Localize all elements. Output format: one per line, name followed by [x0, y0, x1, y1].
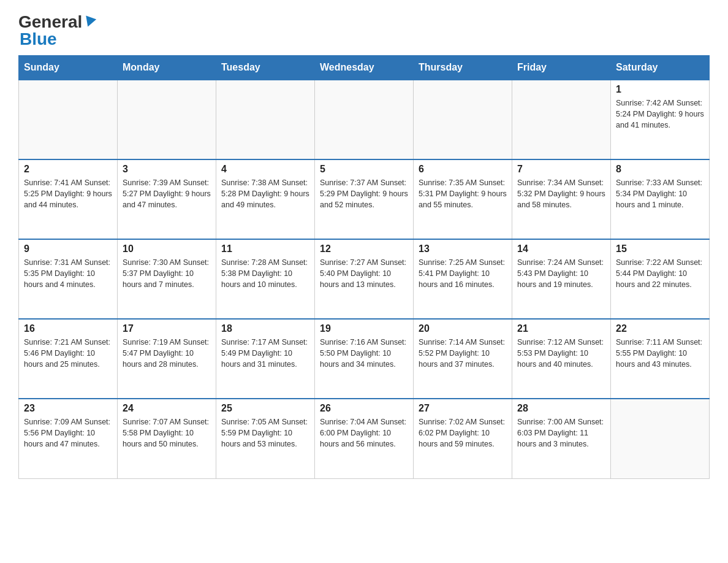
day-info: Sunrise: 7:35 AM Sunset: 5:31 PM Dayligh…: [419, 177, 507, 210]
calendar-cell: 21Sunrise: 7:12 AM Sunset: 5:53 PM Dayli…: [512, 319, 611, 399]
day-number: 11: [221, 243, 309, 255]
day-number: 4: [221, 164, 309, 175]
day-number: 27: [419, 403, 507, 414]
weekday-header-thursday: Thursday: [414, 56, 512, 80]
calendar-cell: 7Sunrise: 7:34 AM Sunset: 5:32 PM Daylig…: [512, 159, 611, 239]
day-number: 8: [616, 164, 704, 175]
day-number: 22: [616, 323, 704, 334]
calendar-cell: 24Sunrise: 7:07 AM Sunset: 5:58 PM Dayli…: [118, 399, 216, 478]
week-row-2: 2Sunrise: 7:41 AM Sunset: 5:25 PM Daylig…: [19, 159, 710, 239]
weekday-header-wednesday: Wednesday: [315, 56, 414, 80]
page-header: General Blue: [18, 12, 710, 49]
day-number: 6: [419, 164, 507, 175]
calendar-cell: 3Sunrise: 7:39 AM Sunset: 5:27 PM Daylig…: [118, 159, 216, 239]
day-number: 20: [419, 323, 507, 334]
day-info: Sunrise: 7:07 AM Sunset: 5:58 PM Dayligh…: [123, 416, 211, 450]
day-number: 18: [221, 323, 309, 334]
day-number: 5: [320, 164, 408, 175]
calendar-cell: 16Sunrise: 7:21 AM Sunset: 5:46 PM Dayli…: [19, 319, 118, 399]
day-number: 12: [320, 243, 408, 255]
weekday-header-tuesday: Tuesday: [216, 56, 315, 80]
day-number: 25: [221, 403, 309, 414]
calendar-cell: 18Sunrise: 7:17 AM Sunset: 5:49 PM Dayli…: [216, 319, 315, 399]
day-number: 2: [24, 164, 112, 175]
calendar-cell: [315, 80, 414, 159]
day-info: Sunrise: 7:30 AM Sunset: 5:37 PM Dayligh…: [123, 257, 211, 290]
day-number: 14: [517, 243, 605, 255]
calendar-cell: 12Sunrise: 7:27 AM Sunset: 5:40 PM Dayli…: [315, 239, 414, 319]
calendar-cell: 27Sunrise: 7:02 AM Sunset: 6:02 PM Dayli…: [414, 399, 512, 478]
calendar-cell: 22Sunrise: 7:11 AM Sunset: 5:55 PM Dayli…: [611, 319, 710, 399]
calendar-cell: 2Sunrise: 7:41 AM Sunset: 5:25 PM Daylig…: [19, 159, 118, 239]
day-number: 1: [616, 84, 704, 95]
week-row-3: 9Sunrise: 7:31 AM Sunset: 5:35 PM Daylig…: [19, 239, 710, 319]
day-info: Sunrise: 7:31 AM Sunset: 5:35 PM Dayligh…: [24, 257, 112, 290]
day-info: Sunrise: 7:04 AM Sunset: 6:00 PM Dayligh…: [320, 416, 408, 450]
day-info: Sunrise: 7:41 AM Sunset: 5:25 PM Dayligh…: [24, 177, 112, 210]
calendar-cell: 14Sunrise: 7:24 AM Sunset: 5:43 PM Dayli…: [512, 239, 611, 319]
calendar-cell: 20Sunrise: 7:14 AM Sunset: 5:52 PM Dayli…: [414, 319, 512, 399]
calendar-cell: 13Sunrise: 7:25 AM Sunset: 5:41 PM Dayli…: [414, 239, 512, 319]
day-number: 10: [123, 243, 211, 255]
week-row-5: 23Sunrise: 7:09 AM Sunset: 5:56 PM Dayli…: [19, 399, 710, 478]
day-info: Sunrise: 7:11 AM Sunset: 5:55 PM Dayligh…: [616, 337, 704, 370]
calendar-cell: 28Sunrise: 7:00 AM Sunset: 6:03 PM Dayli…: [512, 399, 611, 478]
calendar-cell: 17Sunrise: 7:19 AM Sunset: 5:47 PM Dayli…: [118, 319, 216, 399]
weekday-header-saturday: Saturday: [611, 56, 710, 80]
day-info: Sunrise: 7:21 AM Sunset: 5:46 PM Dayligh…: [24, 337, 112, 370]
calendar-cell: 9Sunrise: 7:31 AM Sunset: 5:35 PM Daylig…: [19, 239, 118, 319]
day-info: Sunrise: 7:28 AM Sunset: 5:38 PM Dayligh…: [221, 257, 309, 290]
day-number: 26: [320, 403, 408, 414]
calendar-cell: 25Sunrise: 7:05 AM Sunset: 5:59 PM Dayli…: [216, 399, 315, 478]
day-number: 3: [123, 164, 211, 175]
day-number: 21: [517, 323, 605, 334]
calendar-table: SundayMondayTuesdayWednesdayThursdayFrid…: [18, 55, 710, 479]
weekday-header-monday: Monday: [118, 56, 216, 80]
day-info: Sunrise: 7:24 AM Sunset: 5:43 PM Dayligh…: [517, 257, 605, 290]
day-number: 19: [320, 323, 408, 334]
calendar-cell: [118, 80, 216, 159]
day-info: Sunrise: 7:22 AM Sunset: 5:44 PM Dayligh…: [616, 257, 704, 290]
calendar-cell: [414, 80, 512, 159]
weekday-header-sunday: Sunday: [19, 56, 118, 80]
day-info: Sunrise: 7:38 AM Sunset: 5:28 PM Dayligh…: [221, 177, 309, 210]
calendar-cell: [19, 80, 118, 159]
calendar-cell: 8Sunrise: 7:33 AM Sunset: 5:34 PM Daylig…: [611, 159, 710, 239]
day-info: Sunrise: 7:17 AM Sunset: 5:49 PM Dayligh…: [221, 337, 309, 370]
calendar-cell: [611, 399, 710, 478]
day-number: 13: [419, 243, 507, 255]
day-info: Sunrise: 7:25 AM Sunset: 5:41 PM Dayligh…: [419, 257, 507, 290]
logo: General Blue: [18, 12, 97, 49]
day-number: 15: [616, 243, 704, 255]
day-number: 9: [24, 243, 112, 255]
calendar-cell: 1Sunrise: 7:42 AM Sunset: 5:24 PM Daylig…: [611, 80, 710, 159]
day-number: 7: [517, 164, 605, 175]
calendar-cell: 19Sunrise: 7:16 AM Sunset: 5:50 PM Dayli…: [315, 319, 414, 399]
calendar-cell: [216, 80, 315, 159]
weekday-header-friday: Friday: [512, 56, 611, 80]
day-info: Sunrise: 7:02 AM Sunset: 6:02 PM Dayligh…: [419, 416, 507, 450]
calendar-cell: 26Sunrise: 7:04 AM Sunset: 6:00 PM Dayli…: [315, 399, 414, 478]
day-number: 28: [517, 403, 605, 414]
calendar-cell: 23Sunrise: 7:09 AM Sunset: 5:56 PM Dayli…: [19, 399, 118, 478]
week-row-1: 1Sunrise: 7:42 AM Sunset: 5:24 PM Daylig…: [19, 80, 710, 159]
day-info: Sunrise: 7:37 AM Sunset: 5:29 PM Dayligh…: [320, 177, 408, 210]
day-info: Sunrise: 7:12 AM Sunset: 5:53 PM Dayligh…: [517, 337, 605, 370]
day-number: 23: [24, 403, 112, 414]
day-number: 24: [123, 403, 211, 414]
day-number: 17: [123, 323, 211, 334]
calendar-cell: 11Sunrise: 7:28 AM Sunset: 5:38 PM Dayli…: [216, 239, 315, 319]
logo-blue-text: Blue: [20, 29, 57, 49]
calendar-cell: 15Sunrise: 7:22 AM Sunset: 5:44 PM Dayli…: [611, 239, 710, 319]
day-info: Sunrise: 7:09 AM Sunset: 5:56 PM Dayligh…: [24, 416, 112, 450]
week-row-4: 16Sunrise: 7:21 AM Sunset: 5:46 PM Dayli…: [19, 319, 710, 399]
calendar-cell: [512, 80, 611, 159]
day-info: Sunrise: 7:33 AM Sunset: 5:34 PM Dayligh…: [616, 177, 704, 210]
day-info: Sunrise: 7:00 AM Sunset: 6:03 PM Dayligh…: [517, 416, 605, 450]
logo-triangle-icon: [83, 15, 96, 28]
calendar-cell: 10Sunrise: 7:30 AM Sunset: 5:37 PM Dayli…: [118, 239, 216, 319]
day-info: Sunrise: 7:16 AM Sunset: 5:50 PM Dayligh…: [320, 337, 408, 370]
weekday-header-row: SundayMondayTuesdayWednesdayThursdayFrid…: [19, 56, 710, 80]
day-info: Sunrise: 7:27 AM Sunset: 5:40 PM Dayligh…: [320, 257, 408, 290]
day-info: Sunrise: 7:42 AM Sunset: 5:24 PM Dayligh…: [616, 98, 704, 131]
